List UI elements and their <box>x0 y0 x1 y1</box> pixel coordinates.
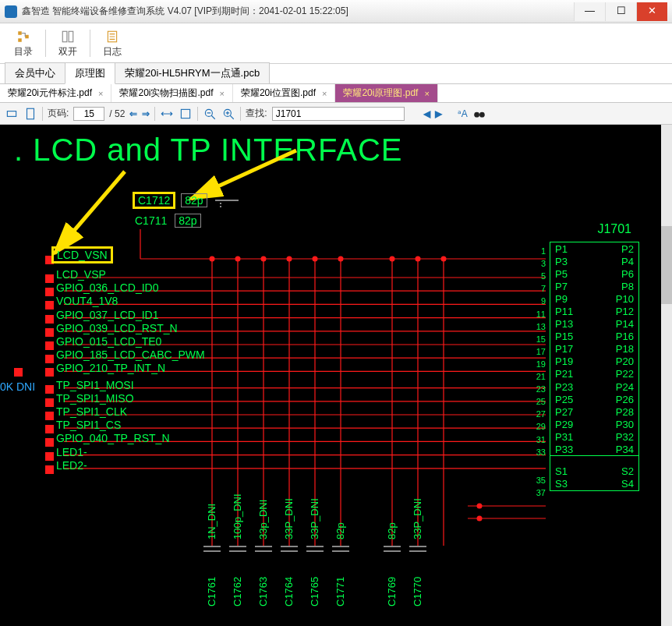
doc-tab-close-icon[interactable]: × <box>98 89 103 98</box>
doc-tab-1[interactable]: 荣耀20i实物扫描图.pdf× <box>111 84 232 102</box>
cap-symbol <box>255 546 272 547</box>
conn-pin: P2 <box>595 242 639 255</box>
conn-pin: P26 <box>595 393 639 405</box>
cap-value-vertical: 33P_DNI <box>412 485 423 539</box>
svg-point-12 <box>479 111 485 117</box>
connector-ref: J1701 <box>597 222 631 236</box>
zoom-out-icon[interactable] <box>203 107 217 121</box>
pin-number: 25 <box>532 397 546 406</box>
conn-pin: P23 <box>550 380 595 393</box>
conn-pin: P29 <box>550 418 595 430</box>
find-next-button[interactable]: ▶ <box>435 108 442 119</box>
conn-pin: S4 <box>595 478 639 490</box>
conn-pin: P21 <box>550 368 595 380</box>
doc-tab-close-icon[interactable]: × <box>424 89 429 98</box>
net-pad <box>45 328 54 337</box>
svg-point-53 <box>441 256 447 262</box>
net-label: LED2- <box>56 459 87 472</box>
conn-pin: P8 <box>595 280 639 292</box>
conn-pin: P28 <box>595 405 639 418</box>
nav-clipboard-icon[interactable] <box>23 107 37 121</box>
window-close-button[interactable] <box>636 2 667 21</box>
pin-number: 31 <box>532 435 546 444</box>
binoculars-icon[interactable] <box>472 107 486 121</box>
conn-pin: P9 <box>550 292 595 305</box>
window-maximize-button[interactable] <box>605 2 636 21</box>
section-tab-1[interactable]: 原理图 <box>65 62 115 84</box>
pin-number: 3 <box>532 259 546 268</box>
svg-rect-8 <box>182 109 190 118</box>
conn-pin: S2 <box>595 465 639 478</box>
conn-pin: P34 <box>595 444 639 456</box>
conn-pin: P11 <box>550 305 595 317</box>
conn-pin: P12 <box>595 305 639 317</box>
net-label: GPIO_185_LCD_CABC_PWM <box>56 348 205 361</box>
svg-point-48 <box>287 256 292 262</box>
fit-width-icon[interactable] <box>160 107 174 121</box>
cap-symbol <box>281 546 298 547</box>
cap-value-vertical: 82p <box>386 485 398 539</box>
cap-symbol <box>203 546 221 547</box>
doc-tab-label: 荣耀20i元件标注.pdf <box>8 87 92 100</box>
case-toggle[interactable]: ᵃA <box>458 108 468 119</box>
page-next-button[interactable]: ⇒ <box>142 108 150 119</box>
cap-ref-vertical: C1763 <box>257 560 269 607</box>
pdf-nav-bar: 页码: / 52 ⇐ ⇒ 查找: ◀ ▶ ᵃA <box>0 103 672 125</box>
cap-c1711-val: 82p <box>175 214 200 228</box>
conn-pin: P22 <box>595 368 639 380</box>
pin-number: 1 <box>532 246 546 256</box>
nav-print-icon[interactable] <box>5 107 19 121</box>
schematic-view[interactable]: . LCD and TP INTERFACE C1712 82p C1711 8… <box>0 125 672 626</box>
page-prev-button[interactable]: ⇐ <box>129 108 137 119</box>
svg-point-45 <box>210 256 215 262</box>
cap-c1711-ref: C1711 <box>135 214 167 227</box>
conn-pin: P6 <box>595 267 639 280</box>
doc-tab-3[interactable]: 荣耀20i原理图.pdf× <box>335 84 437 102</box>
document-tabs: 荣耀20i元件标注.pdf×荣耀20i实物扫描图.pdf×荣耀20i位置图.pd… <box>0 84 672 103</box>
cap-ref-vertical: C1770 <box>412 560 423 607</box>
toolbar-log-label: 日志 <box>103 45 122 58</box>
doc-tab-0[interactable]: 荣耀20i元件标注.pdf× <box>0 84 111 102</box>
blue-annotation: 0K DNI <box>0 380 35 393</box>
find-input[interactable] <box>272 107 405 121</box>
zoom-in-icon[interactable] <box>221 107 235 121</box>
section-tab-0[interactable]: 会员中心 <box>5 62 65 83</box>
doc-tab-2[interactable]: 荣耀20i位置图.pdf× <box>233 84 335 102</box>
conn-pin: P19 <box>550 355 595 368</box>
svg-rect-0 <box>18 31 22 35</box>
window-minimize-button[interactable] <box>574 2 605 21</box>
cap-value-vertical: 82p <box>334 485 346 539</box>
section-tab-2[interactable]: 荣耀20i-HL5HRYM一点通.pcb <box>115 62 270 83</box>
cap-value-vertical: 100p_DNI <box>232 485 243 539</box>
find-prev-button[interactable]: ◀ <box>423 108 430 119</box>
doc-tab-close-icon[interactable]: × <box>220 89 225 98</box>
toolbar-catalog-button[interactable]: 目录 <box>6 27 41 61</box>
cap-c1711-row: C1711 82p <box>135 214 201 228</box>
svg-rect-6 <box>7 111 16 116</box>
net-label: LED1- <box>56 446 87 458</box>
conn-pin: P7 <box>550 280 595 292</box>
fit-page-icon[interactable] <box>179 107 193 121</box>
pin-number: 33 <box>532 447 546 457</box>
svg-point-43 <box>477 504 483 509</box>
cap-ref-vertical: C1764 <box>283 560 295 607</box>
conn-pin: P13 <box>550 318 595 331</box>
doc-tab-close-icon[interactable]: × <box>322 89 327 98</box>
net-label: GPIO_037_LCD_ID1 <box>56 309 159 321</box>
pin-number: 27 <box>532 409 546 419</box>
vertical-scrollbar[interactable] <box>661 125 672 626</box>
net-pad <box>45 452 54 461</box>
page-total: / 52 <box>109 108 125 119</box>
toolbar-dual-button[interactable]: 双开 <box>51 27 85 61</box>
toolbar-catalog-label: 目录 <box>14 45 33 58</box>
page-number-input[interactable] <box>73 107 104 121</box>
conn-pin: P27 <box>550 405 595 418</box>
cap-ref-vertical: C1771 <box>334 560 346 607</box>
conn-pin: P14 <box>595 318 639 331</box>
cap-c1712-ref: C1712 <box>135 194 173 207</box>
conn-pin: P33 <box>550 444 595 456</box>
toolbar-log-button[interactable]: 日志 <box>95 27 129 61</box>
pin-number: 7 <box>532 284 546 293</box>
net-label: GPIO_015_LCD_TE0 <box>56 335 161 348</box>
cap-symbol <box>306 546 324 547</box>
